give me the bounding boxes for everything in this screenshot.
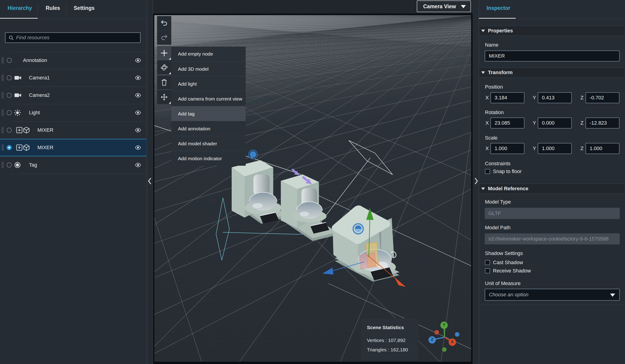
svg-text:X: X (451, 340, 454, 344)
svg-text:Y: Y (443, 323, 445, 327)
svg-text:Z: Z (431, 337, 433, 342)
